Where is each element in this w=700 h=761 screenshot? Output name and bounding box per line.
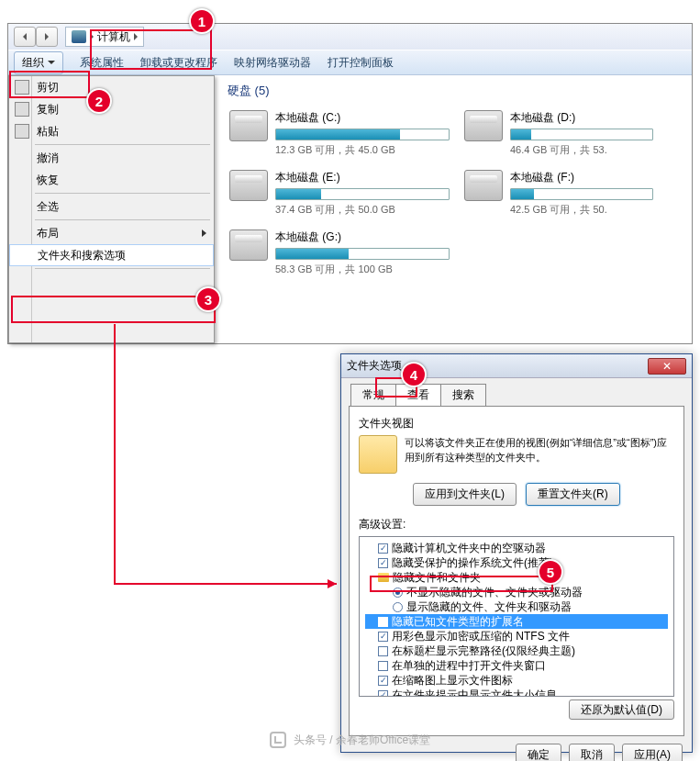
address-bar: 计算机 [8,24,692,50]
map-drive-link[interactable]: 映射网络驱动器 [234,55,311,71]
organize-button[interactable]: 组织 [14,51,63,74]
copy-icon [15,102,29,117]
explorer-window: 计算机 组织 系统属性 卸载或更改程序 映射网络驱动器 打开控制面板 剪切 复制… [7,23,693,344]
drive-pane: 硬盘 (5) 本地磁盘 (C:)12.3 GB 可用，共 45.0 GB本地磁盘… [215,75,692,343]
cancel-button[interactable]: 取消 [569,744,615,761]
close-button[interactable]: ✕ [648,358,686,375]
dialog-body: 文件夹视图 可以将该文件夹正在使用的视图(例如“详细信息”或“图标”)应用到所有… [349,406,684,736]
adv-item[interactable]: 隐藏文件和文件夹 [365,570,668,585]
adv-item[interactable]: 在文件夹提示中显示文件大小信息 [365,688,668,697]
drive-icon [229,170,268,201]
chevron-right-icon [202,229,206,237]
drive-usage-bar [275,129,450,140]
drive-item[interactable]: 本地磁盘 (D:)46.4 GB 可用，共 53. [462,108,655,159]
paste-icon [15,124,29,139]
drive-item[interactable]: 本地磁盘 (C:)12.3 GB 可用，共 45.0 GB [228,108,451,159]
drive-icon [464,110,503,141]
drive-item[interactable]: 本地磁盘 (E:)37.4 GB 可用，共 50.0 GB [228,168,451,218]
adv-item[interactable]: 在单独的进程中打开文件夹窗口 [365,658,668,673]
drive-stat: 12.3 GB 可用，共 45.0 GB [275,143,450,157]
restore-defaults-button[interactable]: 还原为默认值(D) [569,699,674,720]
drive-name: 本地磁盘 (F:) [510,170,653,185]
organize-label: 组织 [22,55,44,71]
adv-item[interactable]: 隐藏计算机文件夹中的空驱动器 [365,541,668,555]
drive-stat: 58.3 GB 可用，共 100 GB [275,263,450,276]
menu-redo[interactable]: 恢复 [9,169,214,191]
ok-button[interactable]: 确定 [516,744,561,761]
apply-button[interactable]: 应用(A) [622,744,683,761]
menu-select-all[interactable]: 全选 [9,196,214,218]
system-properties-link[interactable]: 系统属性 [80,55,124,71]
callout-2: 2 [86,88,112,114]
adv-item-hide-extensions[interactable]: 隐藏已知文件类型的扩展名 [365,614,668,629]
drive-name: 本地磁盘 (G:) [275,229,450,245]
folder-icon [378,573,389,582]
forward-button[interactable] [36,27,58,47]
checkbox-icon[interactable] [378,661,388,671]
callout-4: 4 [401,362,427,387]
cut-icon [15,80,29,95]
reset-folders-button[interactable]: 重置文件夹(R) [526,483,620,506]
drive-item[interactable]: 本地磁盘 (F:)42.5 GB 可用，共 50. [462,168,655,218]
drive-usage-bar [275,188,450,200]
drive-usage-bar [510,188,653,200]
chevron-right-icon [134,33,138,40]
callout-3: 3 [195,286,221,312]
toolbar: 组织 系统属性 卸载或更改程序 映射网络驱动器 打开控制面板 [8,50,692,75]
callout-5: 5 [538,559,563,585]
folder-options-dialog: 文件夹选项 ✕ 常规 查看 搜索 文件夹视图 可以将该文件夹正在使用的视图(例如… [340,353,693,753]
watermark-icon [270,732,286,748]
tab-view[interactable]: 查看 [395,384,441,406]
adv-item[interactable]: 不显示隐藏的文件、文件夹或驱动器 [365,585,668,599]
drive-stat: 46.4 GB 可用，共 53. [510,143,653,157]
drive-name: 本地磁盘 (C:) [275,110,450,126]
dialog-title: 文件夹选项 [347,358,402,374]
advanced-settings-list[interactable]: 隐藏计算机文件夹中的空驱动器 隐藏受保护的操作系统文件(推荐) 隐藏文件和文件夹… [359,536,674,697]
radio-icon[interactable] [393,588,403,598]
menu-folder-options[interactable]: 文件夹和搜索选项 [9,244,214,266]
radio-icon[interactable] [393,602,403,612]
menu-paste[interactable]: 粘贴 [9,120,214,142]
section-label: 文件夹视图 [359,416,674,431]
checkbox-icon[interactable] [378,558,388,568]
organize-menu: 剪切 复制 粘贴 撤消 恢复 全选 布局 文件夹和搜索选项 [8,75,215,343]
breadcrumb[interactable]: 计算机 [65,27,144,47]
menu-cut[interactable]: 剪切 [9,76,214,98]
adv-item[interactable]: 在标题栏显示完整路径(仅限经典主题) [365,643,668,658]
adv-item[interactable]: 在缩略图上显示文件图标 [365,673,668,688]
advanced-label: 高级设置: [359,517,674,532]
checkbox-icon[interactable] [378,617,388,627]
control-panel-link[interactable]: 打开控制面板 [328,55,394,71]
adv-item[interactable]: 隐藏受保护的操作系统文件(推荐) [365,555,668,570]
drives-header: 硬盘 (5) [228,83,679,99]
checkbox-icon[interactable] [378,543,388,554]
back-button[interactable] [14,27,36,47]
computer-icon [72,30,86,43]
drive-stat: 42.5 GB 可用，共 50. [510,203,653,217]
uninstall-link[interactable]: 卸载或更改程序 [140,55,217,71]
drive-icon [464,170,503,201]
apply-to-folders-button[interactable]: 应用到文件夹(L) [413,483,517,506]
drive-icon [229,110,268,141]
tab-search[interactable]: 搜索 [440,384,486,406]
drive-name: 本地磁盘 (D:) [510,110,653,126]
callout-1: 1 [189,8,215,34]
drive-icon [229,229,268,261]
checkbox-icon[interactable] [378,632,388,642]
checkbox-icon[interactable] [378,676,388,686]
checkbox-icon[interactable] [378,690,388,698]
menu-undo[interactable]: 撤消 [9,147,214,169]
drive-usage-bar [510,129,653,140]
checkbox-icon[interactable] [378,646,388,656]
tab-general[interactable]: 常规 [350,384,396,406]
folder-view-desc: 可以将该文件夹正在使用的视图(例如“详细信息”或“图标”)应用到所有这种类型的文… [405,435,674,474]
drive-usage-bar [275,248,450,260]
chevron-down-icon [48,61,55,64]
adv-item[interactable]: 用彩色显示加密或压缩的 NTFS 文件 [365,629,668,643]
chevron-right-icon [90,33,94,40]
folder-view-icon [359,435,397,474]
adv-item[interactable]: 显示隐藏的文件、文件夹和驱动器 [365,599,668,614]
menu-layout[interactable]: 布局 [9,222,214,244]
drive-item[interactable]: 本地磁盘 (G:)58.3 GB 可用，共 100 GB [228,228,451,278]
dialog-tabs: 常规 查看 搜索 [341,378,692,406]
